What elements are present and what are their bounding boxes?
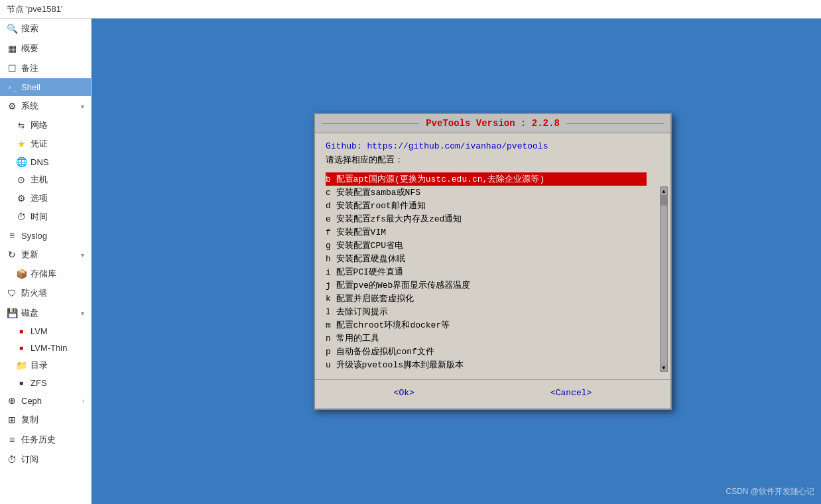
zfs-icon: ■ [16, 379, 27, 387]
chevron-right-icon: › [82, 397, 84, 405]
menu-item-c[interactable]: c 安装配置samba或NFS [326, 186, 647, 199]
sidebar-item-credential[interactable]: ★ 凭证 [0, 135, 91, 153]
pvetools-dialog: PveTools Version : 2.2.8 Github: https:/… [314, 113, 672, 410]
sidebar-item-task-history[interactable]: ≡ 任务历史 [0, 430, 91, 450]
title-line-right [566, 123, 664, 124]
update-icon: ↻ [7, 249, 17, 260]
chevron-down-icon: ▾ [81, 103, 84, 110]
top-bar-title: 节点 'pve1581' [7, 3, 62, 15]
dialog-github: Github: https://github.com/ivanhao/pveto… [326, 141, 660, 151]
replication-icon: ⊞ [7, 414, 17, 425]
menu-item-f[interactable]: f 安装配置VIM [326, 225, 647, 239]
sidebar-item-zfs[interactable]: ■ ZFS [0, 375, 91, 391]
chevron-down-icon-2: ▾ [81, 251, 84, 259]
dns-icon: 🌐 [16, 157, 27, 167]
dialog-footer: <Ok> <Cancel> [315, 379, 670, 409]
chevron-down-icon-3: ▾ [81, 310, 84, 317]
sidebar-item-replication[interactable]: ⊞ 复制 [0, 410, 91, 430]
time-icon: ⏱ [16, 212, 27, 222]
sidebar-item-options[interactable]: ⚙ 选项 [0, 189, 91, 208]
menu-item-e[interactable]: e 安装配置zfs最大内存及zed通知 [326, 212, 647, 225]
menu-list: b 配置apt国内源(更换为ustc.edu.cn,去除企业源等)c 安装配置s… [326, 172, 660, 371]
scroll-thumb[interactable] [661, 195, 667, 206]
backup-icon: ☐ [7, 63, 17, 74]
network-icon: ⇆ [16, 121, 27, 130]
sidebar-item-directory[interactable]: 📁 目录 [0, 356, 91, 375]
cancel-button[interactable]: <Cancel> [545, 387, 597, 399]
sidebar-group-system[interactable]: ⚙ 系统 ▾ [0, 96, 91, 116]
sidebar-group-update[interactable]: ↻ 更新 ▾ [0, 245, 91, 265]
main-layout: 🔍 搜索 ▦ 概要 ☐ 备注 ›_ Shell ⚙ 系统 ▾ ⇆ 网络 [0, 19, 821, 504]
syslog-icon: ≡ [7, 230, 17, 241]
sidebar-item-search[interactable]: 🔍 搜索 [0, 19, 91, 38]
dialog-title-bar: PveTools Version : 2.2.8 [315, 114, 670, 133]
sidebar-item-time[interactable]: ⏱ 时间 [0, 208, 91, 226]
sidebar-item-dns[interactable]: 🌐 DNS [0, 153, 91, 170]
sidebar-item-lvm[interactable]: ■ LVM [0, 323, 91, 340]
sidebar-item-shell[interactable]: ›_ Shell [0, 78, 91, 96]
lvm-icon: ■ [16, 328, 27, 335]
menu-item-m[interactable]: m 配置chroot环境和docker等 [326, 318, 647, 332]
directory-icon: 📁 [16, 360, 27, 371]
watermark: CSDN @软件开发随心记 [726, 486, 814, 497]
scroll-up-arrow[interactable]: ▲ [661, 187, 667, 195]
sidebar-item-storage[interactable]: 📦 存储库 [0, 265, 91, 283]
overview-icon: ▦ [7, 43, 17, 54]
storage-icon: 📦 [16, 269, 27, 279]
sidebar-item-lvm-thin[interactable]: ■ LVM-Thin [0, 340, 91, 356]
menu-item-k[interactable]: k 配置并启嵌套虚拟化 [326, 292, 647, 305]
host-icon: ⊙ [16, 174, 27, 185]
dialog-prompt: 请选择相应的配置： [326, 154, 660, 166]
credential-icon: ★ [16, 139, 27, 149]
sidebar-item-firewall[interactable]: 🛡 防火墙 [0, 283, 91, 303]
menu-item-g[interactable]: g 安装配置CPU省电 [326, 239, 647, 252]
sidebar-item-syslog[interactable]: ≡ Syslog [0, 226, 91, 245]
sidebar: 🔍 搜索 ▦ 概要 ☐ 备注 ›_ Shell ⚙ 系统 ▾ ⇆ 网络 [0, 19, 92, 504]
menu-item-i[interactable]: i 配置PCI硬件直通 [326, 265, 647, 279]
sidebar-item-ceph[interactable]: ⊕ Ceph › [0, 391, 91, 410]
top-bar: 节点 'pve1581' [0, 0, 821, 19]
scroll-down-arrow[interactable]: ▼ [661, 363, 667, 371]
disk-icon: 💾 [7, 308, 17, 318]
options-icon: ⚙ [16, 193, 27, 204]
shell-icon: ›_ [7, 83, 17, 92]
sidebar-item-host[interactable]: ⊙ 主机 [0, 170, 91, 189]
ceph-icon: ⊕ [7, 395, 17, 406]
sidebar-item-overview[interactable]: ▦ 概要 [0, 38, 91, 58]
menu-item-h[interactable]: h 安装配置硬盘休眠 [326, 252, 647, 265]
subscription-icon: ⏱ [7, 454, 17, 465]
firewall-icon: 🛡 [7, 288, 17, 298]
sidebar-item-subscription[interactable]: ⏱ 订阅 [0, 450, 91, 470]
sidebar-item-network[interactable]: ⇆ 网络 [0, 116, 91, 135]
dialog-overlay: PveTools Version : 2.2.8 Github: https:/… [314, 113, 672, 410]
sidebar-group-disk[interactable]: 💾 磁盘 ▾ [0, 303, 91, 323]
menu-item-u[interactable]: u 升级该pvetools脚本到最新版本 [326, 358, 647, 371]
task-history-icon: ≡ [7, 434, 17, 445]
menu-item-j[interactable]: j 配置pve的Web界面显示传感器温度 [326, 279, 647, 292]
dialog-body: Github: https://github.com/ivanhao/pveto… [315, 133, 670, 379]
menu-item-d[interactable]: d 安装配置root邮件通知 [326, 199, 647, 212]
menu-item-l[interactable]: l 去除订阅提示 [326, 305, 647, 318]
ok-button[interactable]: <Ok> [389, 387, 420, 399]
menu-item-n[interactable]: n 常用的工具 [326, 332, 647, 345]
system-icon: ⚙ [7, 101, 17, 111]
menu-item-p[interactable]: p 自动备份虚拟机conf文件 [326, 345, 647, 358]
search-icon: 🔍 [7, 23, 17, 34]
lvm-thin-icon: ■ [16, 344, 27, 351]
content-area: PveTools Version : 2.2.8 Github: https:/… [92, 19, 821, 504]
menu-item-b[interactable]: b 配置apt国内源(更换为ustc.edu.cn,去除企业源等) [326, 172, 647, 186]
sidebar-item-backup[interactable]: ☐ 备注 [0, 58, 91, 78]
title-line-left [322, 123, 419, 124]
dialog-scrollbar[interactable]: ▲ ▼ [660, 186, 668, 372]
dialog-title-text: PveTools Version : 2.2.8 [426, 118, 560, 129]
